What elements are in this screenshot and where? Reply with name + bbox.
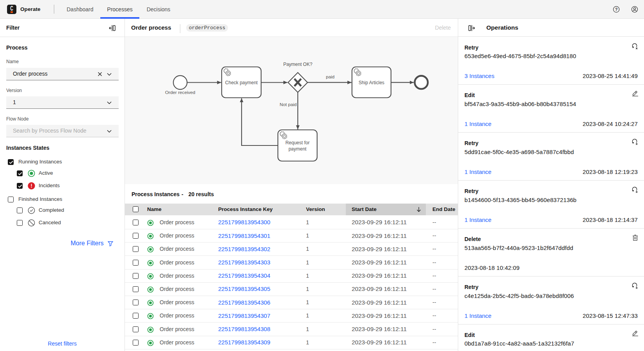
svg-text:Ship Articles: Ship Articles — [359, 80, 384, 85]
svg-text:Request for: Request for — [285, 140, 310, 145]
svg-text:Payment OK?: Payment OK? — [283, 62, 313, 67]
svg-text:Check payment: Check payment — [225, 80, 258, 85]
svg-text:payment: payment — [288, 146, 307, 152]
svg-text:Order received: Order received — [165, 90, 195, 95]
svg-text:paid: paid — [326, 74, 334, 79]
svg-text:?: ? — [615, 7, 618, 12]
svg-text:Not paid: Not paid — [279, 102, 297, 107]
